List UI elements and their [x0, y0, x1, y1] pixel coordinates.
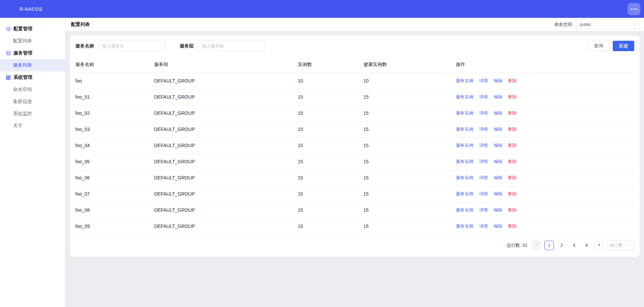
page-header: 配置列表 命名空间: public — [66, 18, 644, 31]
action-detail[interactable]: 详情 — [479, 159, 488, 164]
action-detail[interactable]: 详情 — [479, 78, 488, 83]
namespace-select[interactable]: public — [576, 20, 640, 30]
cell-operations: 服务实例 详情 编辑 删除 — [456, 89, 634, 105]
cell-service-name: foo_03 — [75, 121, 154, 137]
service-group-input[interactable] — [198, 41, 265, 51]
action-service-instances[interactable]: 服务实例 — [456, 78, 473, 83]
cell-service-group: DEFAULT_GROUP — [154, 121, 298, 137]
column-instance-count: 实例数 — [298, 57, 363, 73]
action-edit[interactable]: 编辑 — [494, 110, 502, 115]
cell-operations: 服务实例 详情 编辑 删除 — [456, 154, 634, 170]
action-detail[interactable]: 详情 — [479, 224, 488, 229]
next-page-button[interactable] — [594, 241, 604, 250]
prev-page-button[interactable] — [532, 241, 541, 250]
action-service-instances[interactable]: 服务实例 — [456, 191, 473, 196]
action-delete[interactable]: 删除 — [508, 78, 517, 83]
page-button-3[interactable]: 3 — [569, 241, 579, 250]
table-header-row: 服务名称 服务组 实例数 健康实例数 操作 — [75, 57, 634, 73]
sidebar-group-label: 系统管理 — [13, 74, 32, 80]
action-edit[interactable]: 编辑 — [494, 175, 502, 180]
column-service-name: 服务名称 — [75, 57, 154, 73]
action-edit[interactable]: 编辑 — [494, 143, 502, 148]
action-detail[interactable]: 详情 — [479, 175, 488, 180]
more-menu-button[interactable] — [628, 3, 640, 15]
action-detail[interactable]: 详情 — [479, 191, 488, 196]
action-delete[interactable]: 删除 — [508, 191, 517, 196]
service-name-input[interactable] — [98, 41, 166, 51]
chevron-down-icon — [633, 22, 636, 27]
topbar: R-NACOS — [0, 0, 644, 18]
action-service-instances[interactable]: 服务实例 — [456, 127, 473, 132]
cell-service-group: DEFAULT_GROUP — [154, 202, 298, 218]
action-delete[interactable]: 删除 — [508, 127, 517, 132]
action-delete[interactable]: 删除 — [508, 143, 517, 148]
sidebar-item-about[interactable]: 关于 — [0, 120, 65, 132]
action-detail[interactable]: 详情 — [479, 127, 488, 132]
content: 服务名称 服务组 查询 新建 — [66, 31, 644, 307]
action-delete[interactable]: 删除 — [508, 175, 517, 180]
page-size-select[interactable]: 10 / 页 — [607, 241, 634, 250]
action-delete[interactable]: 删除 — [508, 110, 517, 115]
action-service-instances[interactable]: 服务实例 — [456, 143, 473, 148]
cell-healthy-count: 15 — [363, 137, 456, 154]
cell-service-group: DEFAULT_GROUP — [154, 105, 298, 121]
total-rows-count: 31 — [523, 243, 527, 248]
sidebar-item-config-list[interactable]: 配置列表 — [0, 35, 65, 47]
cell-operations: 服务实例 详情 编辑 删除 — [456, 121, 634, 137]
action-service-instances[interactable]: 服务实例 — [456, 207, 473, 212]
action-delete[interactable]: 删除 — [508, 94, 517, 99]
table-row: foo_08 DEFAULT_GROUP 15 15 服务实例 详情 编辑 删除 — [75, 202, 634, 218]
total-rows-label: 总行数: — [507, 243, 521, 248]
create-button[interactable]: 新建 — [613, 41, 634, 51]
cell-service-name: foo_06 — [75, 170, 154, 186]
table-row: foo_06 DEFAULT_GROUP 15 15 服务实例 详情 编辑 删除 — [75, 170, 634, 186]
action-service-instances[interactable]: 服务实例 — [456, 94, 473, 99]
cell-instance-count: 15 — [298, 89, 363, 105]
service-table: 服务名称 服务组 实例数 健康实例数 操作 foo DEFAULT_GROUP — [75, 57, 634, 235]
layout: 配置管理 配置列表 服务管理 服务列表 系统管理 命名空间 集群信息 系统监控 … — [0, 18, 644, 307]
action-detail[interactable]: 详情 — [479, 143, 488, 148]
cell-healthy-count: 15 — [363, 105, 456, 121]
action-service-instances[interactable]: 服务实例 — [456, 175, 473, 180]
cell-healthy-count: 15 — [363, 218, 456, 234]
action-edit[interactable]: 编辑 — [494, 127, 502, 132]
cell-instance-count: 15 — [298, 170, 363, 186]
action-service-instances[interactable]: 服务实例 — [456, 110, 473, 115]
action-detail[interactable]: 详情 — [479, 110, 488, 115]
database-icon — [5, 50, 11, 56]
action-delete[interactable]: 删除 — [508, 159, 517, 164]
sidebar-item-service-list[interactable]: 服务列表 — [0, 59, 65, 71]
sidebar: 配置管理 配置列表 服务管理 服务列表 系统管理 命名空间 集群信息 系统监控 … — [0, 18, 66, 307]
table-row: foo_05 DEFAULT_GROUP 15 15 服务实例 详情 编辑 删除 — [75, 154, 634, 170]
action-edit[interactable]: 编辑 — [494, 224, 502, 229]
action-edit[interactable]: 编辑 — [494, 191, 502, 196]
sidebar-item-cluster-info[interactable]: 集群信息 — [0, 96, 65, 108]
action-edit[interactable]: 编辑 — [494, 159, 502, 164]
grid-icon — [5, 75, 11, 80]
chevron-down-icon — [628, 243, 631, 248]
action-edit[interactable]: 编辑 — [494, 94, 502, 99]
sidebar-group-service[interactable]: 服务管理 — [0, 47, 65, 59]
sidebar-item-namespace[interactable]: 命名空间 — [0, 83, 65, 96]
page-button-2[interactable]: 2 — [557, 241, 566, 250]
cell-instance-count: 15 — [298, 105, 363, 121]
cell-healthy-count: 15 — [363, 154, 456, 170]
action-detail[interactable]: 详情 — [479, 207, 488, 212]
action-detail[interactable]: 详情 — [479, 94, 488, 99]
cell-instance-count: 15 — [298, 154, 363, 170]
service-list-card: 服务名称 服务组 查询 新建 — [70, 35, 640, 257]
action-service-instances[interactable]: 服务实例 — [456, 224, 473, 229]
pagination: 总行数: 31 1 2 3 4 — [75, 241, 634, 250]
sidebar-group-system[interactable]: 系统管理 — [0, 71, 65, 83]
sidebar-item-system-monitor[interactable]: 系统监控 — [0, 108, 65, 120]
action-edit[interactable]: 编辑 — [494, 78, 502, 83]
action-delete[interactable]: 删除 — [508, 207, 517, 212]
page-button-1[interactable]: 1 — [544, 241, 554, 250]
query-button[interactable]: 查询 — [588, 41, 609, 51]
action-service-instances[interactable]: 服务实例 — [456, 159, 473, 164]
page-button-4[interactable]: 4 — [582, 241, 591, 250]
action-delete[interactable]: 删除 — [508, 224, 517, 229]
cell-instance-count: 10 — [298, 73, 363, 89]
action-edit[interactable]: 编辑 — [494, 207, 502, 212]
sidebar-group-config[interactable]: 配置管理 — [0, 23, 65, 35]
